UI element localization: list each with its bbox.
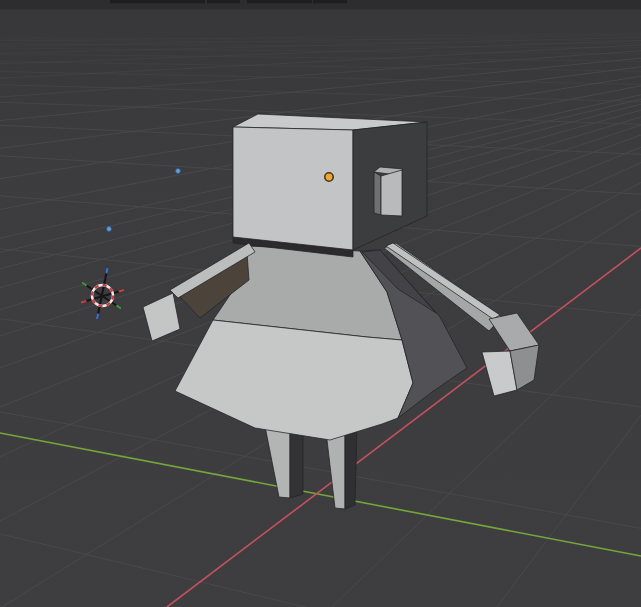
head[interactable]	[233, 114, 427, 250]
window-tab-shadow	[313, 0, 347, 3]
head-face[interactable]	[374, 172, 381, 215]
window-tab-shadow	[110, 0, 205, 3]
window-tab-shadow	[207, 0, 240, 3]
viewport-canvas[interactable]	[0, 0, 641, 607]
object-origin-dot[interactable]	[325, 173, 333, 181]
leg-right-face[interactable]	[345, 424, 357, 509]
head-face[interactable]	[381, 170, 402, 216]
blender-3d-viewport[interactable]	[0, 0, 641, 607]
window-tab-shadow	[247, 0, 312, 3]
empty-point[interactable]	[176, 169, 181, 174]
top-window-edge	[0, 0, 641, 10]
origin-dot[interactable]	[325, 173, 333, 181]
empty-point[interactable]	[107, 227, 112, 232]
head-face[interactable]	[233, 127, 353, 250]
